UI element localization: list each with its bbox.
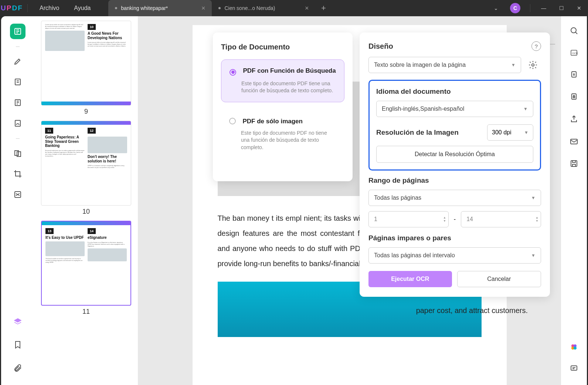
maximize-button[interactable]: ☐	[553, 0, 570, 16]
search-icon[interactable]	[568, 25, 579, 36]
ocr-icon[interactable]: OCR	[568, 47, 579, 58]
close-icon[interactable]: ×	[201, 4, 205, 12]
spinner-icon[interactable]: ▲▼	[536, 216, 538, 223]
range-to-input[interactable]: 14 ▲▼	[461, 211, 541, 227]
svg-rect-13	[571, 139, 577, 144]
tab-label: Cien sone...o Neruda)	[224, 5, 275, 11]
select-value: Todas las páginas del intervalo	[374, 252, 455, 259]
svg-point-18	[574, 347, 577, 350]
option-image-only-pdf[interactable]: PDF de sólo imagen Este tipo de document…	[221, 110, 344, 159]
option-label: PDF de sólo imagen	[242, 118, 302, 125]
page-range-select[interactable]: Todas las páginas ▼	[368, 190, 541, 206]
attachment-button[interactable]	[10, 360, 26, 375]
crop-tool-button[interactable]	[10, 166, 26, 182]
redact-tool-button[interactable]	[10, 187, 26, 202]
design-select[interactable]: Texto sobre la imagen de la página ▼	[368, 57, 521, 73]
chevron-down-icon: ▼	[531, 195, 536, 200]
language-select[interactable]: English-inglés,Spanish-español ▼	[376, 101, 533, 117]
select-value: Texto sobre la imagen de la página	[374, 62, 466, 68]
chevron-down-icon: ▼	[524, 130, 528, 135]
organize-pages-button[interactable]	[10, 145, 26, 161]
ocr-doctype-panel: Tipo de Documento PDF con Función de Bús…	[213, 32, 353, 181]
page-body-text: paper cost, and attract customers.	[416, 306, 528, 315]
svg-text:OCR: OCR	[572, 52, 578, 55]
tab-cien-sonetos[interactable]: Cien sone...o Neruda) ×	[212, 0, 315, 16]
svg-rect-12	[573, 96, 575, 98]
page-thumbnail[interactable]: Lorem ipsum dolor sit amet consectetur a…	[41, 21, 131, 116]
save-icon[interactable]	[568, 158, 579, 169]
ocr-settings-panel: Diseño ? Texto sobre la imagen de la pág…	[360, 32, 550, 297]
tab-label: banking whitepapar*	[121, 5, 168, 11]
form-tool-button[interactable]	[10, 95, 26, 110]
user-avatar[interactable]: C	[510, 3, 520, 13]
option-searchable-pdf[interactable]: PDF con Función de Búsqueda Este tipo de…	[221, 59, 344, 102]
gear-icon[interactable]	[525, 57, 541, 73]
design-title: Diseño	[368, 42, 393, 51]
protect-icon[interactable]	[568, 92, 579, 103]
chevron-down-icon: ▼	[523, 106, 528, 111]
tab-strip: banking whitepapar* × Cien sone...o Neru…	[108, 0, 332, 16]
convert-icon[interactable]	[568, 69, 579, 80]
menu-help[interactable]: Ayuda	[67, 5, 98, 11]
panel-title: Tipo de Documento	[221, 43, 344, 51]
right-toolbar: OCR	[561, 16, 587, 385]
svg-rect-14	[571, 161, 577, 166]
tab-banking-whitepaper[interactable]: banking whitepapar* ×	[108, 0, 212, 16]
radio-selected-icon	[230, 69, 236, 76]
share-icon[interactable]	[568, 114, 579, 125]
reader-mode-button[interactable]	[10, 24, 26, 39]
parity-select[interactable]: Todas las páginas del intervalo ▼	[368, 247, 541, 264]
select-value: 300 dpi	[492, 129, 511, 136]
select-value: Todas las páginas	[374, 195, 421, 201]
parity-title: Páginas impares o pares	[368, 234, 541, 242]
help-icon[interactable]: ?	[531, 41, 541, 51]
cancel-button[interactable]: Cancelar	[457, 271, 541, 287]
layers-button[interactable]	[10, 314, 26, 330]
resolution-title: Resolución de la Imagen	[376, 128, 483, 137]
bookmark-button[interactable]	[10, 337, 26, 353]
text-tool-button[interactable]	[10, 74, 26, 90]
language-resolution-highlight: Idioma del documento English-inglés,Span…	[368, 80, 541, 171]
ai-assistant-icon[interactable]	[568, 341, 579, 353]
spinner-icon[interactable]: ▲▼	[443, 216, 446, 223]
add-tab-button[interactable]: +	[315, 0, 332, 16]
sign-tool-button[interactable]	[10, 116, 26, 131]
email-icon[interactable]	[568, 136, 579, 147]
page-thumbnail[interactable]: 11Going Paperless: A Step Toward Green B…	[41, 121, 131, 216]
close-icon[interactable]: ×	[305, 4, 309, 12]
chevron-down-icon[interactable]: ⌄	[487, 0, 505, 16]
close-window-button[interactable]: ✕	[570, 0, 588, 16]
select-value: English-inglés,Spanish-español	[382, 106, 464, 112]
page-thumbnail-selected[interactable]: 13It's Easy to Use UPDFThe bank would no…	[41, 221, 131, 316]
option-label: PDF con Función de Búsqueda	[243, 67, 336, 74]
svg-point-20	[532, 64, 534, 66]
range-title: Rango de páginas	[368, 176, 541, 185]
radio-unselected-icon	[229, 118, 236, 124]
left-toolbar: — —	[1, 16, 34, 385]
chevron-down-icon: ▼	[531, 253, 536, 258]
app-logo: UPDF	[0, 4, 23, 12]
thumbnail-panel: Lorem ipsum dolor sit amet consectetur a…	[34, 16, 138, 385]
minimize-button[interactable]: —	[535, 0, 553, 16]
thumbnail-number: 10	[41, 208, 131, 216]
option-description: Este tipo de documento PDF no tiene una …	[229, 130, 336, 151]
svg-point-7	[571, 28, 576, 33]
range-separator: -	[454, 216, 456, 223]
titlebar: UPDF Archivo Ayuda banking whitepapar* ×…	[0, 0, 588, 16]
thumbnail-number: 9	[41, 108, 131, 116]
input-value: 1	[374, 216, 377, 223]
option-description: Este tipo de documento PDF tiene una fun…	[230, 80, 336, 94]
thumbnail-number: 11	[41, 308, 131, 316]
detect-resolution-button[interactable]: Detectar la Resolución Óptima	[376, 146, 533, 163]
language-title: Idioma del documento	[376, 87, 533, 96]
input-value: 14	[466, 216, 473, 223]
run-ocr-button[interactable]: Ejecutar OCR	[368, 271, 452, 287]
comment-icon[interactable]	[568, 363, 579, 374]
chevron-down-icon: ▼	[511, 62, 516, 68]
resolution-select[interactable]: 300 dpi ▼	[487, 124, 533, 141]
highlight-tool-button[interactable]	[10, 54, 26, 69]
range-from-input[interactable]: 1 ▲▼	[368, 211, 449, 227]
menu-file[interactable]: Archivo	[32, 5, 67, 11]
